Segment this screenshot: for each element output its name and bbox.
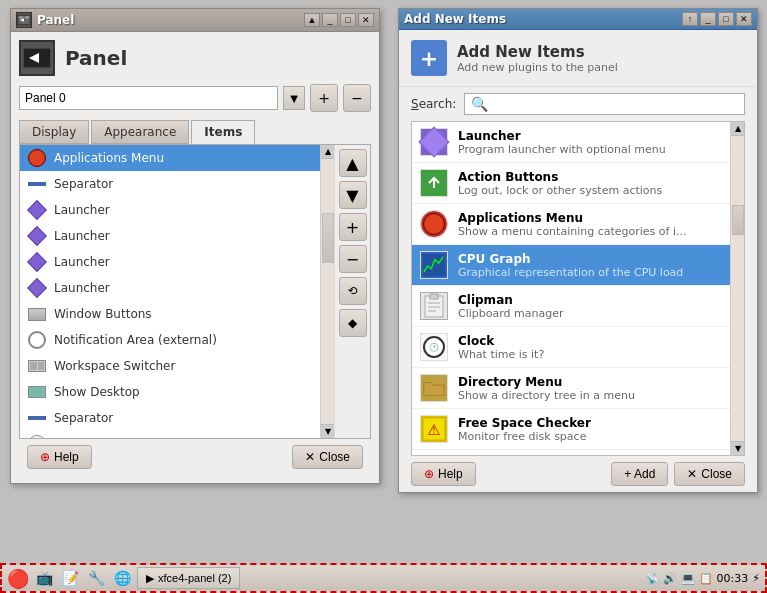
titlebar-left: Panel [16, 12, 74, 28]
list-item[interactable]: Launcher [20, 223, 320, 249]
add-items-window-title: Add New Items [404, 12, 506, 26]
panel-title-label: Panel [65, 46, 127, 70]
add-items-help-button[interactable]: ⊕ Help [411, 462, 476, 486]
list-item[interactable]: Launcher [20, 249, 320, 275]
plugin-item-dir[interactable]: Directory Menu Show a directory tree in … [412, 368, 730, 409]
taskbar-icon-tool[interactable]: 🔧 [85, 567, 107, 589]
svg-rect-1 [19, 17, 23, 19]
titlebar-buttons: ▲ _ □ ✕ [304, 13, 374, 27]
items-area: Applications Menu Separator Launcher [19, 144, 371, 439]
panel-remove-btn[interactable]: − [343, 84, 371, 112]
add-plus-icon: + [411, 40, 447, 76]
list-item[interactable]: Launcher [20, 275, 320, 301]
add-items-titlebar-left: Add New Items [404, 12, 506, 26]
add-items-up-btn[interactable]: ↑ [682, 12, 698, 26]
plugin-text: Action Buttons Log out, lock or other sy… [458, 170, 722, 197]
search-input-wrap[interactable]: 🔍 [464, 93, 745, 115]
remove-item-btn[interactable]: − [339, 245, 367, 273]
taskbar-extra-icon[interactable]: ⚡ [752, 572, 760, 585]
panel-close-button[interactable]: ✕ Close [292, 445, 363, 469]
search-icon: 🔍 [471, 96, 488, 112]
panel-close-btn[interactable]: ✕ [358, 13, 374, 27]
launcher-icon-3 [28, 253, 46, 271]
tab-display[interactable]: Display [19, 120, 89, 144]
plugin-item-appmenu[interactable]: Applications Menu Show a menu containing… [412, 204, 730, 245]
list-item[interactable]: Workspace Switcher [20, 353, 320, 379]
taskbar-icon-browser[interactable]: 🌐 [111, 567, 133, 589]
plugin-item-clock[interactable]: 🕐 Clock What time is it? [412, 327, 730, 368]
add-items-titlebar-buttons: ↑ _ □ ✕ [682, 12, 752, 26]
clock-icon: ⏰ [28, 435, 46, 438]
panel-window-footer: ⊕ Help ✕ Close [19, 439, 371, 475]
list-item[interactable]: Notification Area (external) [20, 327, 320, 353]
panel-add-btn[interactable]: + [310, 84, 338, 112]
plugin-item-free[interactable]: ⚠ Free Space Checker Monitor free disk s… [412, 409, 730, 450]
plugin-item-cpu[interactable]: CPU Graph Graphical representation of th… [412, 245, 730, 286]
list-item[interactable]: Launcher [20, 197, 320, 223]
launcher-plugin-icon [420, 128, 448, 156]
search-underline-s: S [411, 97, 419, 111]
launcher-icon-2 [28, 227, 46, 245]
plugin-item-action[interactable]: Action Buttons Log out, lock or other sy… [412, 163, 730, 204]
add-items-maximize-btn[interactable]: □ [718, 12, 734, 26]
add-items-close-btn[interactable]: ✕ [736, 12, 752, 26]
plugin-text: Clock What time is it? [458, 334, 722, 361]
panel-up-btn[interactable]: ▲ [304, 13, 320, 27]
list-item[interactable]: Window Buttons [20, 301, 320, 327]
workspace-switcher-icon [28, 357, 46, 375]
tab-appearance[interactable]: Appearance [91, 120, 189, 144]
window-buttons-icon [28, 305, 46, 323]
list-item[interactable]: ⏰ Clock [20, 431, 320, 438]
panel-titlebar: Panel ▲ _ □ ✕ [11, 9, 379, 32]
taskbar-app-btn[interactable]: ▶ xfce4-panel (2) [137, 567, 240, 589]
taskbar-system-icon: 💻 [681, 572, 695, 585]
plugin-item-clipman[interactable]: Clipman Clipboard manager [412, 286, 730, 327]
taskbar-icon-redhat[interactable]: 🔴 [7, 567, 29, 589]
apps-menu-icon [28, 149, 46, 167]
search-row: Search: 🔍 [399, 87, 757, 121]
taskbar-volume-icon[interactable]: 🔊 [663, 572, 677, 585]
panel-header: Panel [19, 40, 371, 76]
panel-help-button[interactable]: ⊕ Help [27, 445, 92, 469]
plugin-list-area: Launcher Program launcher with optional … [411, 121, 745, 456]
list-item[interactable]: Show Desktop [20, 379, 320, 405]
launcher-icon-1 [28, 201, 46, 219]
move-up-btn[interactable]: ▲ [339, 149, 367, 177]
panel-dropdown[interactable]: Panel 0 [19, 86, 278, 110]
panel-title-icon [16, 12, 32, 28]
list-item[interactable]: Separator [20, 171, 320, 197]
free-plugin-icon: ⚠ [420, 415, 448, 443]
add-items-close-footer-button[interactable]: ✕ Close [674, 462, 745, 486]
add-items-window: Add New Items ↑ _ □ ✕ + Add New Items Ad… [398, 8, 758, 493]
svg-rect-11 [430, 294, 438, 299]
notif-area-icon [28, 331, 46, 349]
move-down-btn[interactable]: ▼ [339, 181, 367, 209]
help-icon: ⊕ [40, 450, 50, 464]
add-button[interactable]: + Add [611, 462, 668, 486]
plugin-scrollbar[interactable]: ▲ ▼ [730, 122, 744, 455]
taskbar-icon-edit[interactable]: 📝 [59, 567, 81, 589]
panel-window-content: Panel Panel 0 ▼ + − Display Appearance I… [11, 32, 379, 483]
cpu-plugin-icon [420, 251, 448, 279]
svg-text:⚠: ⚠ [427, 421, 440, 439]
appmenu-plugin-icon [420, 210, 448, 238]
taskbar-app-label: xfce4-panel (2) [158, 572, 231, 584]
panel-minimize-btn[interactable]: _ [322, 13, 338, 27]
panel-dropdown-arrow[interactable]: ▼ [283, 86, 305, 110]
close-x-icon: ✕ [305, 450, 315, 464]
list-item[interactable]: Separator [20, 405, 320, 431]
list-item[interactable]: Applications Menu [20, 145, 320, 171]
plugin-item-launcher[interactable]: Launcher Program launcher with optional … [412, 122, 730, 163]
plugin-text: Clipman Clipboard manager [458, 293, 722, 320]
panel-window: Panel ▲ _ □ ✕ Panel Panel 0 ▼ + [10, 8, 380, 484]
taskbar-icon-monitor[interactable]: 📺 [33, 567, 55, 589]
search-input[interactable] [488, 97, 740, 111]
panel-maximize-btn[interactable]: □ [340, 13, 356, 27]
search-label: Search: [411, 97, 456, 111]
add-items-minimize-btn[interactable]: _ [700, 12, 716, 26]
add-item-btn[interactable]: + [339, 213, 367, 241]
items-scrollbar[interactable]: ▲ ▼ [320, 145, 334, 438]
properties-btn[interactable]: ⟲ [339, 277, 367, 305]
tab-items[interactable]: Items [191, 120, 255, 144]
extra-btn[interactable]: ◆ [339, 309, 367, 337]
